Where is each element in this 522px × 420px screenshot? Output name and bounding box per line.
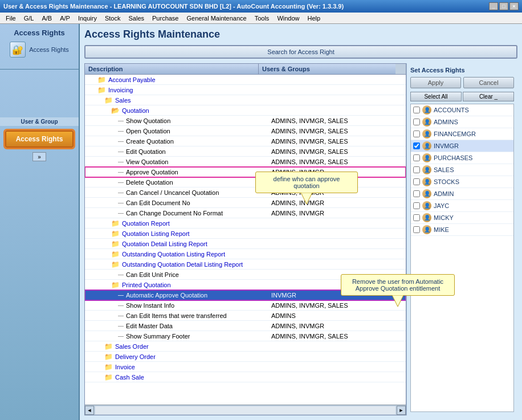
- row-label[interactable]: Invoice: [115, 364, 135, 370]
- scroll-left-button[interactable]: ◄: [85, 406, 94, 415]
- row-label: View Quotation: [126, 158, 168, 165]
- table-row[interactable]: 📁 Sales: [85, 95, 406, 105]
- table-row[interactable]: 📁 Invoicing: [85, 85, 406, 95]
- row-label[interactable]: Sales: [115, 97, 131, 104]
- user-checkbox-sales[interactable]: [413, 166, 420, 173]
- sidebar-access-rights-button[interactable]: Access Rights: [5, 131, 74, 148]
- cancel-button[interactable]: Cancel: [463, 77, 514, 88]
- row-label[interactable]: Invoicing: [108, 87, 133, 93]
- row-users: [269, 254, 406, 255]
- user-row-mike[interactable]: 👤 MIKE: [411, 224, 513, 236]
- table-row[interactable]: 📂 Quotation: [85, 105, 406, 116]
- row-label[interactable]: Printed Quotation: [122, 282, 171, 288]
- table-row[interactable]: 📁 Quotation Report: [85, 218, 406, 229]
- callout2-arrow-icon: [392, 295, 403, 307]
- row-label[interactable]: Cash Sale: [115, 374, 144, 381]
- user-row-admin[interactable]: 👤 ADMIN: [411, 188, 513, 200]
- folder-open-icon: 📂: [111, 107, 120, 115]
- menu-window[interactable]: Window: [274, 14, 303, 22]
- menu-tools[interactable]: Tools: [251, 14, 273, 22]
- user-checkbox-admins[interactable]: [413, 119, 420, 125]
- menu-inquiry[interactable]: Inquiry: [75, 14, 100, 22]
- row-label[interactable]: Outstanding Quotation Listing Report: [122, 251, 225, 258]
- table-row[interactable]: 📁 Cash Sale: [85, 372, 406, 382]
- row-label: Approve Quotation: [126, 169, 178, 176]
- user-checkbox-purchases[interactable]: [413, 154, 420, 161]
- scroll-right-button[interactable]: ►: [397, 406, 406, 415]
- maximize-button[interactable]: □: [499, 2, 508, 10]
- user-checkbox-invmgr[interactable]: [413, 142, 420, 149]
- user-checkbox-jayc[interactable]: [413, 202, 420, 209]
- row-label[interactable]: Quotation Listing Report: [122, 230, 190, 237]
- table-row[interactable]: 📁 Sales Order: [85, 341, 406, 352]
- row-label[interactable]: Outstanding Quotation Detail Listing Rep…: [122, 261, 243, 268]
- scroll-track[interactable]: [95, 406, 395, 414]
- table-body[interactable]: 📁 Account Payable 📁 Invoicing: [85, 75, 406, 405]
- sidebar-access-rights-link[interactable]: 🔐 Access Rights: [10, 42, 69, 58]
- table-row[interactable]: — Can Change Document No Format ADMINS, …: [85, 208, 406, 218]
- user-checkbox-accounts[interactable]: [413, 107, 420, 113]
- user-checkbox-stocks[interactable]: [413, 178, 420, 185]
- apply-button[interactable]: Apply: [410, 77, 461, 88]
- table-row[interactable]: — Show Quotation ADMINS, INVMGR, SALES: [85, 116, 406, 126]
- user-name-micky: MICKY: [434, 214, 454, 221]
- table-row[interactable]: — View Quotation ADMINS, INVMGR, SALES: [85, 157, 406, 167]
- search-access-right-button[interactable]: Search for Access Right: [84, 45, 517, 59]
- user-row-sales[interactable]: 👤 SALES: [411, 164, 513, 176]
- table-row[interactable]: 📁 Quotation Listing Report: [85, 229, 406, 239]
- table-row[interactable]: — Edit Master Data ADMINS, INVMGR: [85, 321, 406, 331]
- user-row-purchases[interactable]: 👤 PURCHASES: [411, 152, 513, 164]
- user-row-accounts[interactable]: 👤 ACCOUNTS: [411, 104, 513, 116]
- menu-file[interactable]: File: [2, 14, 19, 22]
- row-label[interactable]: Delivery Order: [115, 353, 156, 360]
- table-row[interactable]: 📁 Outstanding Quotation Listing Report: [85, 249, 406, 259]
- menu-help[interactable]: Help: [304, 14, 324, 22]
- row-desc: — Can Cancel / Uncancel Quotation: [85, 189, 269, 197]
- user-row-micky[interactable]: 👤 MICKY: [411, 212, 513, 224]
- row-desc: 📁 Invoice: [85, 362, 269, 372]
- row-label[interactable]: Sales Order: [115, 343, 149, 350]
- menu-gl[interactable]: G/L: [21, 14, 38, 22]
- select-all-button[interactable]: Select All: [410, 92, 462, 101]
- svg-marker-0: [301, 193, 312, 204]
- row-users: ADMINS, INVMGR, SALES: [269, 127, 406, 135]
- user-checkbox-mike[interactable]: [413, 226, 420, 233]
- menu-ab[interactable]: A/B: [38, 14, 55, 22]
- row-users: ADMINS, INVMGR: [269, 209, 406, 217]
- table-row[interactable]: — Show Summary Footer ADMINS, INVMGR, SA…: [85, 331, 406, 341]
- table-row[interactable]: 📁 Account Payable: [85, 75, 406, 85]
- table-row[interactable]: 📁 Quotation Detail Listing Report: [85, 239, 406, 249]
- table-row[interactable]: 📁 Invoice: [85, 362, 406, 372]
- menu-stock[interactable]: Stock: [101, 14, 124, 22]
- table-row[interactable]: — Can Edit Items that were transferred A…: [85, 311, 406, 321]
- user-row-stocks[interactable]: 👤 STOCKS: [411, 176, 513, 188]
- row-label[interactable]: Quotation Report: [122, 220, 170, 227]
- clear-button[interactable]: Clear _: [463, 92, 514, 101]
- menu-ap[interactable]: A/P: [56, 14, 74, 22]
- table-row[interactable]: 📁 Outstanding Quotation Detail Listing R…: [85, 259, 406, 270]
- user-checkbox-micky[interactable]: [413, 214, 420, 221]
- user-checkbox-financemgr[interactable]: [413, 131, 420, 137]
- sidebar-expand-button[interactable]: »: [32, 152, 46, 161]
- user-checkbox-admin[interactable]: [413, 190, 420, 197]
- minimize-button[interactable]: _: [489, 2, 498, 10]
- horizontal-scrollbar[interactable]: ◄ ►: [85, 405, 406, 415]
- close-button[interactable]: ×: [509, 2, 519, 10]
- menu-general-maintenance[interactable]: General Maintenance: [183, 14, 250, 22]
- menu-sales[interactable]: Sales: [125, 14, 148, 22]
- menu-purchase[interactable]: Purchase: [149, 14, 182, 22]
- table-row[interactable]: — Can Edit Document No ADMINS, INVMGR: [85, 198, 406, 208]
- row-label[interactable]: Account Payable: [108, 76, 156, 83]
- row-label[interactable]: Quotation: [122, 107, 149, 114]
- user-row-jayc[interactable]: 👤 JAYC: [411, 200, 513, 212]
- table-row[interactable]: 📁 Delivery Order: [85, 352, 406, 362]
- row-desc: 📁 Printed Quotation: [85, 280, 269, 289]
- row-label[interactable]: Quotation Detail Listing Report: [122, 240, 207, 247]
- user-row-invmgr[interactable]: 👤 INVMGR: [411, 140, 513, 152]
- table-row[interactable]: — Show Instant Info ADMINS, INVMGR, SALE…: [85, 300, 406, 311]
- user-row-admins[interactable]: 👤 ADMINS: [411, 116, 513, 128]
- table-row[interactable]: — Create Quotation ADMINS, INVMGR, SALES: [85, 136, 406, 146]
- table-row[interactable]: — Edit Quotation ADMINS, INVMGR, SALES: [85, 146, 406, 157]
- user-row-financemgr[interactable]: 👤 FINANCEMGR: [411, 128, 513, 140]
- table-row[interactable]: — Open Quotation ADMINS, INVMGR, SALES: [85, 126, 406, 136]
